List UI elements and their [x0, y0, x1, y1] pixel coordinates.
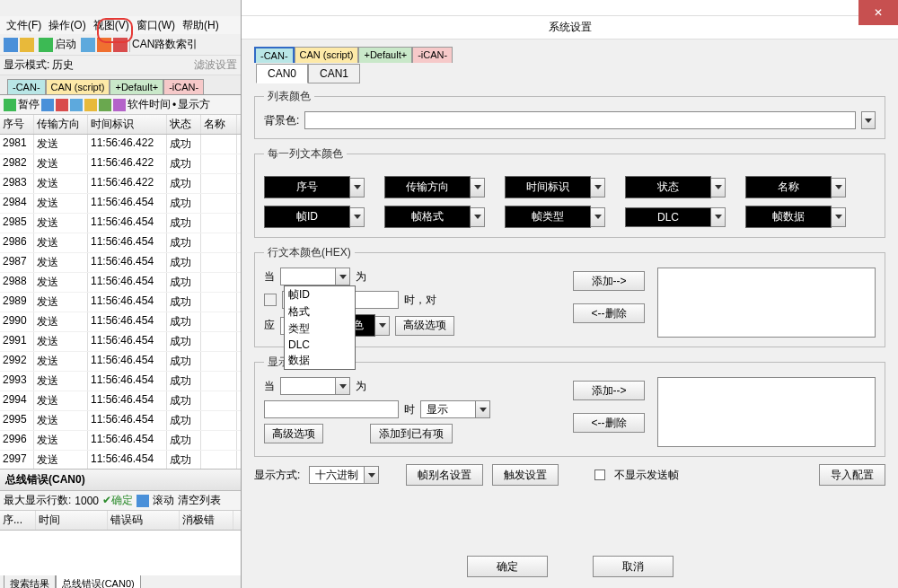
column-color-combo[interactable]: 传输方向 — [384, 176, 485, 198]
table-row[interactable]: 2982发送11:56:46.422成功 — [0, 154, 241, 174]
alias-button[interactable]: 帧别名设置 — [406, 464, 483, 486]
table-row[interactable]: 2990发送11:56:46.454成功 — [0, 312, 241, 332]
table-row[interactable]: 2989发送11:56:46.454成功 — [0, 293, 241, 312]
bus-th-code[interactable]: 错误码 — [108, 511, 180, 530]
addto-button[interactable]: 添加到已有项 — [370, 424, 453, 443]
table-row[interactable]: 2986发送11:56:46.454成功 — [0, 233, 241, 253]
ok-button[interactable]: 确定 — [467, 556, 548, 577]
menu-window[interactable]: 窗口(W) — [134, 18, 178, 33]
action-icon-2[interactable] — [56, 99, 68, 111]
clear-button[interactable]: 清空列表 — [178, 493, 221, 508]
adv-button-2[interactable]: 高级选项 — [264, 424, 323, 443]
show-select[interactable]: 显示 — [420, 400, 490, 418]
column-color-combo[interactable]: 帧ID — [264, 206, 365, 228]
dlg-tab-can[interactable]: -CAN- — [254, 47, 295, 63]
hide-send-checkbox[interactable] — [594, 470, 605, 480]
tab-default[interactable]: +Default+ — [110, 79, 163, 94]
menu-file[interactable]: 文件(F) — [4, 18, 44, 33]
del-button-1[interactable]: <--删除 — [573, 303, 645, 323]
pause-button[interactable]: 暂停 — [18, 97, 40, 112]
column-color-combo[interactable]: 名称 — [745, 176, 846, 198]
dlg-tab-default[interactable]: +Default+ — [358, 47, 412, 63]
table-row[interactable]: 2993发送11:56:46.454成功 — [0, 372, 241, 391]
column-color-combo[interactable]: 帧格式 — [384, 206, 485, 228]
add-button-2[interactable]: 添加--> — [573, 381, 645, 400]
tab-can[interactable]: -CAN- — [7, 79, 46, 94]
table-row[interactable]: 2995发送11:56:46.454成功 — [0, 411, 241, 431]
filter-list[interactable] — [657, 377, 876, 447]
table-row[interactable]: 2985发送11:56:46.454成功 — [0, 214, 241, 233]
ok-button[interactable]: ✔确定 — [102, 493, 133, 508]
column-color-combo[interactable]: DLC — [625, 206, 726, 228]
mode-value[interactable]: 历史 — [49, 57, 76, 73]
th-name[interactable]: 名称 — [201, 115, 237, 134]
bus-tab-error[interactable]: 总线错误(CAN0) — [56, 575, 141, 588]
dlg-tab-can0[interactable]: CAN0 — [256, 64, 308, 83]
bus-tab-search[interactable]: 搜索结果 — [4, 575, 56, 588]
column-color-combo[interactable]: 帧类型 — [505, 206, 605, 228]
th-stat[interactable]: 状态 — [167, 115, 201, 134]
tab-can-script[interactable]: CAN (script) — [46, 79, 110, 94]
field-dropdown-list[interactable]: 帧ID格式类型DLC数据 — [284, 285, 356, 370]
menu-operate[interactable]: 操作(O) — [46, 18, 88, 33]
table-row[interactable]: 2991发送11:56:46.454成功 — [0, 332, 241, 352]
adv-button-1[interactable]: 高级选项 — [395, 316, 454, 336]
column-color-combo[interactable]: 帧数据 — [745, 206, 846, 228]
open-icon[interactable] — [20, 38, 34, 52]
menu-help[interactable]: 帮助(H) — [180, 18, 222, 33]
action-icon-5[interactable] — [99, 99, 111, 111]
bg-color-input[interactable] — [304, 111, 856, 129]
tab-ican[interactable]: -iCAN- — [163, 79, 204, 94]
bus-th-seq[interactable]: 序... — [0, 511, 36, 530]
field-select[interactable] — [280, 268, 350, 285]
checkbox-match[interactable] — [264, 294, 277, 306]
dropdown-item[interactable]: 帧ID — [285, 286, 355, 303]
th-time[interactable]: 时间标识 — [88, 115, 167, 134]
table-row[interactable]: 2994发送11:56:46.454成功 — [0, 391, 241, 411]
bus-th-time[interactable]: 时间 — [36, 511, 108, 530]
tool-icon-2[interactable] — [97, 38, 111, 52]
column-color-combo[interactable]: 时间标识 — [505, 176, 605, 198]
del-button-2[interactable]: <--删除 — [573, 413, 645, 433]
bus-th-passive[interactable]: 消极错 — [180, 511, 233, 530]
filter-field-select[interactable] — [280, 377, 350, 395]
cancel-button[interactable]: 取消 — [593, 556, 674, 577]
th-dir[interactable]: 传输方向 — [34, 115, 88, 134]
table-row[interactable]: 2981发送11:56:46.422成功 — [0, 135, 241, 154]
add-button-1[interactable]: 添加--> — [573, 271, 645, 291]
column-color-combo[interactable]: 序号 — [264, 176, 365, 198]
dlg-tab-can1[interactable]: CAN1 — [308, 64, 360, 83]
start-button[interactable]: 启动 — [36, 36, 79, 53]
dlg-tab-ican[interactable]: -iCAN- — [412, 47, 453, 63]
run-icon[interactable] — [4, 99, 16, 111]
display-mode-select[interactable]: 十六进制 — [309, 466, 379, 484]
action-icon-6[interactable] — [113, 99, 126, 111]
dropdown-item[interactable]: DLC — [285, 338, 355, 352]
column-color-combo[interactable]: 状态 — [625, 176, 726, 198]
bg-color-dropdown[interactable] — [861, 111, 876, 129]
filter-value-input[interactable] — [264, 400, 399, 418]
table-row[interactable]: 2984发送11:56:46.454成功 — [0, 194, 241, 214]
dropdown-item[interactable]: 数据 — [285, 352, 355, 369]
action-icon-4[interactable] — [84, 99, 97, 111]
help-icon[interactable] — [113, 38, 128, 52]
trigger-button[interactable]: 触发设置 — [492, 464, 559, 486]
table-row[interactable]: 2987发送11:56:46.454成功 — [0, 253, 241, 273]
filter-button[interactable]: 滤波设置 — [194, 57, 237, 73]
row-color-list[interactable] — [657, 268, 876, 338]
menu-view[interactable]: 视图(V) — [91, 18, 132, 33]
table-row[interactable]: 2983发送11:56:46.422成功 — [0, 174, 241, 194]
tool-icon-1[interactable] — [81, 38, 95, 52]
action-icon-1[interactable] — [41, 99, 54, 111]
import-button[interactable]: 导入配置 — [819, 464, 885, 486]
dlg-tab-script[interactable]: CAN (script) — [295, 47, 359, 63]
new-icon[interactable] — [4, 38, 18, 52]
table-row[interactable]: 2992发送11:56:46.454成功 — [0, 352, 241, 372]
th-seq[interactable]: 序号 — [0, 115, 34, 134]
scroll-button[interactable]: 滚动 — [153, 493, 174, 508]
table-row[interactable]: 2997发送11:56:46.454成功 — [0, 451, 241, 470]
dropdown-item[interactable]: 格式 — [285, 303, 355, 320]
table-row[interactable]: 2988发送11:56:46.454成功 — [0, 273, 241, 293]
action-icon-3[interactable] — [70, 99, 83, 111]
close-button[interactable]: ✕ — [858, 0, 898, 25]
